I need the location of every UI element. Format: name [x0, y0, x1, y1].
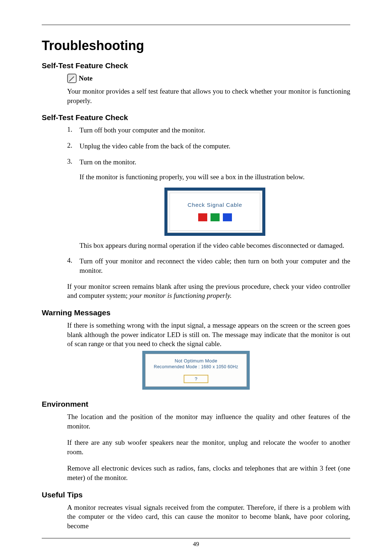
page-number: 49	[42, 541, 350, 548]
environment-paragraph-2: If there are any sub woofer speakers nea…	[67, 438, 350, 456]
self-test-closing-paragraph: If your monitor screen remains blank aft…	[67, 282, 350, 300]
step-text: If the monitor is functioning properly, …	[79, 172, 350, 182]
top-rule	[42, 25, 350, 25]
list-number: 1.	[67, 126, 79, 135]
bottom-rule	[42, 538, 350, 538]
list-item: 1. Turn off both your computer and the m…	[67, 126, 350, 135]
document-page: Troubleshooting Self-Test Feature Check …	[0, 0, 392, 554]
list-item: 4. Turn off your monitor and reconnect t…	[67, 257, 350, 275]
figure-content: Not Optimum Mode Recommended Mode : 1680…	[145, 354, 247, 387]
self-test-steps-list: 1. Turn off both your computer and the m…	[67, 126, 350, 275]
section-heading-tips: Useful Tips	[42, 491, 350, 499]
tips-paragraph-1: A monitor recreates visual signals recei…	[67, 503, 350, 531]
list-item: 2. Unplug the video cable from the back …	[67, 141, 350, 151]
step-text: Turn on the monitor.	[79, 157, 350, 167]
step-text: Unplug the video cable from the back of …	[79, 141, 350, 151]
check-signal-text: Check Signal Cable	[173, 201, 257, 209]
environment-paragraph-3: Remove all electronic devices such as ra…	[67, 464, 350, 482]
red-box	[198, 213, 207, 221]
closing-italic: your monitor is functioning properly.	[130, 292, 232, 299]
list-number: 4.	[67, 257, 79, 275]
note-icon	[67, 74, 77, 83]
warning-paragraph: If there is something wrong with the inp…	[67, 321, 350, 349]
step-text: Turn off both your computer and the moni…	[79, 126, 350, 135]
step-text: Turn off your monitor and reconnect the …	[79, 257, 350, 275]
note-row: Note	[67, 74, 350, 83]
optimum-line1: Not Optimum Mode	[147, 358, 245, 364]
page-title: Troubleshooting	[42, 38, 350, 53]
figure-content: Check Signal Cable	[170, 193, 260, 231]
list-item: 3. Turn on the monitor. If the monitor i…	[67, 157, 350, 250]
note-label: Note	[79, 74, 93, 82]
list-number: 2.	[67, 141, 79, 151]
blue-box	[223, 213, 232, 221]
self-test-intro-paragraph: Your monitor provides a self test featur…	[67, 87, 350, 105]
figure-frame: Check Signal Cable	[167, 190, 262, 233]
section-heading-warning: Warning Messages	[42, 308, 350, 317]
list-number: 3.	[67, 157, 79, 250]
figure-check-signal: Check Signal Cable	[79, 188, 350, 236]
green-box	[211, 213, 220, 221]
section-heading-self-test-2: Self-Test Feature Check	[42, 113, 350, 122]
question-button: ?	[184, 375, 208, 383]
rgb-boxes	[173, 213, 257, 221]
optimum-line2: Recommended Mode : 1680 x 1050 60Hz	[147, 364, 245, 369]
figure-optimum-outer: Not Optimum Mode Recommended Mode : 1680…	[142, 351, 250, 390]
section-heading-environment: Environment	[42, 400, 350, 409]
figure-optimum: Not Optimum Mode Recommended Mode : 1680…	[42, 351, 350, 390]
environment-paragraph-1: The location and the position of the mon…	[67, 412, 350, 431]
step-text: This box appears during normal operation…	[79, 241, 350, 250]
figure-check-signal-outer: Check Signal Cable	[164, 188, 265, 236]
section-heading-self-test-1: Self-Test Feature Check	[42, 61, 350, 70]
